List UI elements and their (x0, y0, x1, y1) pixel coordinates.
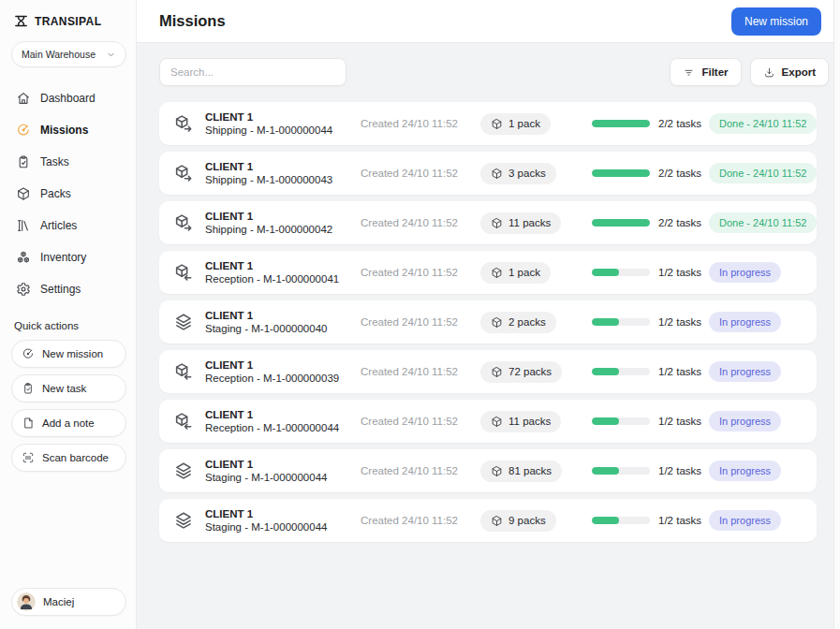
mission-main: CLIENT 1Shipping - M-1-000000043 (173, 161, 361, 185)
packs-count: 9 packs (508, 515, 546, 526)
status-badge: In progress (709, 461, 781, 481)
mission-status-cell: Done - 24/10 11:52 (709, 163, 817, 183)
mission-row[interactable]: CLIENT 1Reception - M-1-000000044Created… (159, 400, 817, 443)
progress-bar-fill (592, 120, 650, 127)
package-icon (491, 316, 503, 329)
tasks-count: 1/2 tasks (658, 366, 701, 377)
sidebar-item-inventory[interactable]: Inventory (11, 243, 126, 271)
package-icon (491, 416, 503, 428)
progress-bar (592, 219, 650, 227)
mission-reference: Reception - M-1-000000041 (205, 273, 339, 285)
mission-titles: CLIENT 1Staging - M-1-000000044 (205, 508, 327, 533)
chevron-down-icon (106, 50, 116, 60)
mission-reference: Shipping - M-1-000000042 (205, 224, 332, 235)
progress-bar-fill (592, 517, 619, 524)
packs-badge: 3 packs (480, 163, 556, 184)
export-button[interactable]: Export (750, 58, 829, 86)
quick-action-new-task[interactable]: New task (11, 374, 126, 402)
mission-row[interactable]: CLIENT 1Staging - M-1-000000040Created 2… (159, 300, 817, 344)
packs-badge: 11 packs (480, 411, 561, 432)
package-icon (491, 217, 503, 229)
progress-bar (592, 517, 650, 524)
mission-row[interactable]: CLIENT 1Reception - M-1-000000039Created… (159, 350, 817, 393)
page-title: Missions (159, 12, 226, 30)
mission-created: Created 24/10 11:52 (361, 416, 480, 427)
tasks-count: 1/2 tasks (658, 416, 701, 427)
main-area: Missions New mission Filter Export CLIEN… (137, 0, 840, 629)
sidebar-item-articles[interactable]: Articles (11, 212, 126, 240)
quick-action-add-a-note[interactable]: Add a note (11, 409, 126, 437)
mission-packs-cell: 11 packs (480, 411, 592, 432)
mission-row[interactable]: CLIENT 1Shipping - M-1-000000043Created … (159, 152, 817, 195)
mission-reference: Staging - M-1-000000044 (205, 521, 327, 533)
mission-main: CLIENT 1Shipping - M-1-000000044 (173, 111, 361, 136)
mission-created: Created 24/10 11:52 (361, 515, 480, 526)
progress-bar (592, 417, 650, 425)
progress-bar (592, 368, 650, 375)
user-menu[interactable]: Maciej (11, 588, 126, 616)
mission-titles: CLIENT 1Staging - M-1-000000040 (205, 310, 327, 334)
status-badge: Done - 24/10 11:52 (709, 163, 817, 183)
package-icon (491, 366, 503, 378)
packs-badge: 11 packs (480, 212, 561, 234)
mission-row[interactable]: CLIENT 1Staging - M-1-000000044Created 2… (159, 499, 817, 542)
target-icon (16, 123, 31, 138)
packs-count: 11 packs (508, 217, 551, 228)
sidebar-item-packs[interactable]: Packs (11, 180, 126, 208)
new-mission-button[interactable]: New mission (731, 7, 821, 36)
mission-created: Created 24/10 11:52 (361, 267, 480, 278)
packs-badge: 1 pack (480, 113, 551, 135)
sidebar-item-missions[interactable]: Missions (11, 116, 126, 144)
mission-main: CLIENT 1Shipping - M-1-000000042 (173, 211, 361, 235)
progress-bar (592, 269, 650, 276)
staging-layers-icon (173, 510, 194, 531)
sidebar-item-tasks[interactable]: Tasks (11, 148, 126, 176)
mission-reference: Shipping - M-1-000000043 (205, 174, 332, 185)
mission-status-cell: Done - 24/10 11:52 (709, 212, 817, 233)
quick-action-scan-barcode[interactable]: Scan barcode (11, 444, 126, 472)
mission-row[interactable]: CLIENT 1Shipping - M-1-000000042Created … (159, 201, 817, 244)
mission-progress: 1/2 tasks (592, 416, 709, 427)
packs-count: 3 packs (508, 168, 546, 179)
mission-main: CLIENT 1Reception - M-1-000000039 (173, 359, 361, 384)
shipping-box-icon (173, 212, 194, 233)
quick-actions-title: Quick actions (11, 320, 126, 331)
packs-count: 1 pack (508, 267, 540, 278)
mission-status-cell: Done - 24/10 11:52 (709, 113, 817, 134)
mission-status-cell: In progress (709, 461, 803, 481)
sidebar-item-dashboard[interactable]: Dashboard (11, 84, 126, 112)
sidebar: TRANSIPAL Main Warehouse DashboardMissio… (0, 0, 137, 629)
sidebar-item-settings[interactable]: Settings (11, 275, 126, 303)
mission-created: Created 24/10 11:52 (361, 465, 480, 476)
progress-bar (592, 318, 650, 326)
quick-action-new-mission[interactable]: New mission (11, 340, 126, 368)
scrollbar-gutter[interactable] (833, 0, 840, 629)
mission-row[interactable]: CLIENT 1Staging - M-1-000000044Created 2… (159, 449, 817, 492)
mission-titles: CLIENT 1Shipping - M-1-000000042 (205, 211, 332, 235)
user-name: Maciej (43, 596, 74, 607)
shipping-box-icon (173, 113, 194, 134)
boxes-icon (16, 250, 31, 265)
mission-client: CLIENT 1 (205, 359, 339, 371)
warehouse-selector[interactable]: Main Warehouse (11, 41, 126, 67)
mission-titles: CLIENT 1Reception - M-1-000000041 (205, 260, 339, 285)
progress-bar-fill (592, 368, 619, 375)
mission-row[interactable]: CLIENT 1Shipping - M-1-000000044Created … (159, 102, 817, 145)
mission-client: CLIENT 1 (205, 211, 332, 222)
reception-box-icon (173, 262, 194, 283)
tasks-count: 2/2 tasks (658, 168, 701, 179)
mission-row[interactable]: CLIENT 1Reception - M-1-000000041Created… (159, 251, 817, 294)
filter-icon (683, 66, 695, 79)
mission-main: CLIENT 1Staging - M-1-000000044 (173, 459, 361, 483)
warehouse-selector-value: Main Warehouse (22, 49, 96, 60)
gear-icon (16, 282, 31, 297)
search-input[interactable] (159, 58, 346, 86)
staging-layers-icon (173, 461, 194, 481)
status-badge: In progress (709, 361, 781, 382)
filter-button[interactable]: Filter (670, 58, 741, 86)
package-icon (491, 118, 503, 130)
package-icon (491, 465, 503, 477)
status-badge: In progress (709, 411, 781, 432)
mission-main: CLIENT 1Reception - M-1-000000044 (173, 409, 361, 433)
mission-client: CLIENT 1 (205, 508, 327, 519)
